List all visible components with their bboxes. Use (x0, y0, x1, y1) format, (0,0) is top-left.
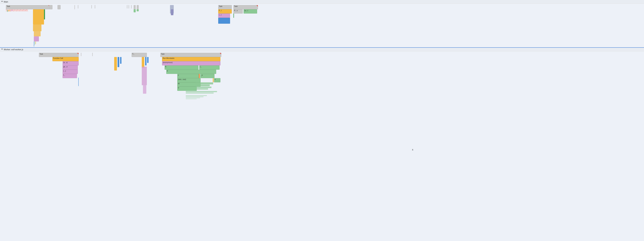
worker-cascade-2 (196, 84, 210, 86)
worker-task-label-1: Task (40, 53, 43, 55)
worker-purple-mid-2 (143, 85, 146, 94)
worker-gee-bar[interactable]: ge...e (62, 66, 78, 70)
worker-cascade-9 (186, 96, 204, 97)
worker-anonymous-bar[interactable]: (anonymous) (162, 61, 220, 66)
worker-f-bar[interactable]: f... (62, 74, 77, 78)
worker-as-bar[interactable]: (a...s) (62, 61, 79, 66)
worker-e-bar[interactable]: _e (200, 74, 214, 78)
worker-anon-ous-bar[interactable]: (ano...ous) (177, 78, 201, 82)
main-task-bar-right-1[interactable]: Task (218, 5, 232, 9)
worker-task-label-2: Task (161, 53, 164, 55)
worker-z-bar[interactable]: z (177, 74, 199, 78)
main-section-header[interactable]: Main (0, 0, 644, 4)
main-mini-task-2 (78, 5, 78, 8)
main-function-stack (33, 9, 44, 24)
main-blue-line-3 (36, 42, 36, 44)
main-lat-label: La...t (244, 10, 248, 12)
main-re-bar[interactable]: R...e (234, 9, 243, 14)
worker-parens-open-bar[interactable]: (... (199, 66, 220, 70)
worker-as-label: (a...s) (63, 62, 68, 64)
main-blue-line-1 (34, 42, 34, 46)
main-mini-task-9 (137, 5, 139, 9)
main-collapse-triangle[interactable] (1, 1, 3, 3)
worker-collapse-triangle[interactable] (1, 49, 3, 50)
worker-e-label: _e (201, 74, 203, 76)
worker-yellow-mid-1 (114, 57, 117, 70)
it-label: It (412, 149, 413, 151)
worker-yellow-o (213, 78, 214, 82)
worker-parens-bar[interactable]: (...) (62, 70, 78, 74)
worker-t-label: T... (132, 53, 134, 55)
main-green-bar (44, 9, 45, 20)
worker-blue-t-2 (147, 57, 148, 63)
worker-o-label: o (215, 78, 216, 80)
main-task-label-right-2: Task (234, 6, 238, 7)
worker-cascade-1 (196, 82, 213, 84)
main-parens-label: (...) (219, 14, 222, 16)
main-parens-bar[interactable]: (...) (218, 14, 230, 18)
worker-task-bar-1[interactable]: Task (39, 53, 79, 57)
worker-mini-1 (81, 53, 81, 56)
worker-function-call-bar[interactable]: Function Call (52, 57, 79, 61)
main-mini-task-6 (128, 5, 129, 8)
worker-section-label: Worker: exif-worker.js (4, 48, 23, 51)
worker-blue-mid-1 (118, 57, 119, 67)
main-green-mark-right (234, 14, 234, 18)
main-lat-bar[interactable]: La...t (244, 9, 257, 14)
worker-cascade-10 (186, 98, 200, 98)
main-re-label: R...e (234, 10, 238, 12)
worker-gee-label: ge...e (63, 66, 68, 68)
worker-o-bar[interactable]: o (214, 78, 220, 82)
mini-bar-4 (11, 10, 11, 11)
mini-bar-5 (12, 10, 12, 11)
worker-purple-mid (142, 67, 147, 85)
worker-run-microtasks-bar[interactable]: Run Microtasks (162, 57, 220, 61)
main-function-stack-3 (34, 31, 40, 36)
main-track-area: Task (0, 4, 644, 47)
mini-bar-3 (10, 10, 10, 11)
main-green-task-2 (137, 9, 139, 11)
worker-v-bar[interactable]: V (177, 86, 197, 91)
main-task-bar-1[interactable]: Task (6, 5, 50, 9)
main-fl-label: F...l (219, 10, 222, 12)
main-section-label: Main (4, 1, 8, 3)
worker-orange-1 (199, 74, 200, 78)
worker-cascade-8 (186, 95, 207, 96)
worker-yellow-t-1 (142, 57, 144, 68)
main-mini-task-4 (95, 5, 95, 8)
main-purple-stack (34, 36, 39, 42)
worker-anon-ous-label: (ano...ous) (178, 78, 186, 80)
worker-cascade-3 (196, 86, 212, 88)
worker-blue-mid-2 (120, 57, 122, 64)
worker-anonymous-label: (anonymous) (163, 62, 172, 64)
main-task-label-1: Task (6, 6, 10, 7)
main-fl-bar[interactable]: F...l (218, 9, 232, 14)
worker-task-bar-2[interactable]: Task (160, 53, 221, 57)
main-mini-task-5 (127, 5, 128, 8)
main-mini-task-8 (134, 5, 136, 9)
main-blue-rect[interactable] (218, 18, 230, 24)
worker-ft-bar[interactable]: ft (164, 66, 198, 70)
main-blue-task (171, 9, 174, 15)
worker-run-microtasks-label: Run Microtasks (163, 57, 174, 59)
main-task-bar-3[interactable] (58, 5, 60, 9)
worker-f-label: f... (63, 74, 65, 76)
worker-function-call-label: Function Call (53, 57, 63, 59)
worker-blue-line-1 (78, 78, 79, 86)
worker-cascade-6 (186, 92, 214, 94)
main-task-label-right-1: Task (219, 6, 222, 7)
worker-mini-2 (92, 53, 93, 56)
worker-lt-label: lt (167, 70, 168, 72)
worker-w-label: W (178, 83, 180, 84)
mini-bar-1 (7, 10, 8, 12)
main-task-bar-right-2[interactable]: Task (234, 5, 258, 9)
main-mini-task-3 (91, 5, 92, 8)
worker-section-header[interactable]: Worker: exif-worker.js (0, 48, 644, 52)
main-task-bar-2[interactable] (49, 5, 52, 9)
worker-t-bar[interactable]: T... (132, 53, 147, 57)
worker-lt-bar[interactable]: lt (166, 70, 216, 74)
worker-parens-label: (...) (63, 70, 66, 72)
worker-cascade-11 (186, 98, 197, 99)
worker-ft-label: ft (165, 66, 166, 68)
worker-blue-t-1 (145, 57, 146, 66)
